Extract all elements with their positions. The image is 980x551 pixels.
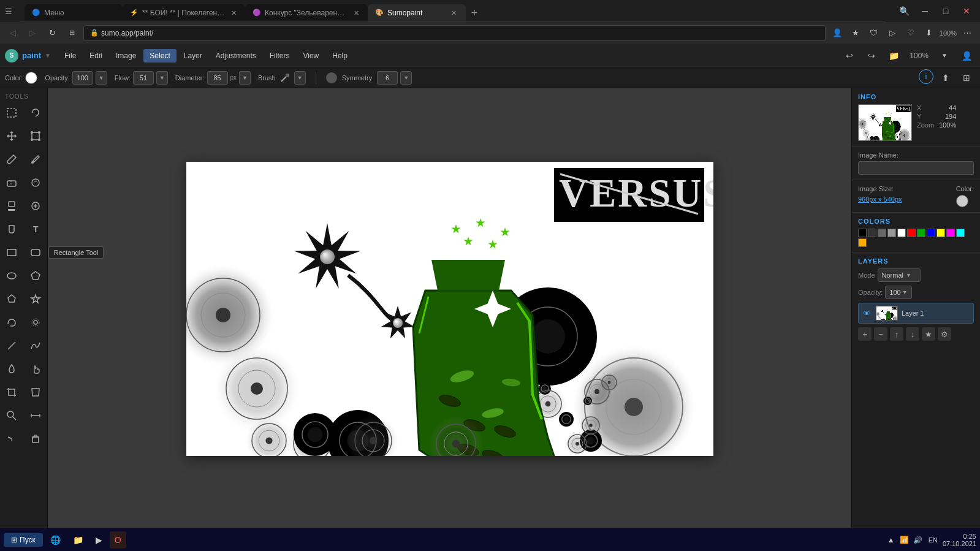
layers-opacity-dropdown[interactable]: 100 ▼ <box>885 286 912 299</box>
menu-file[interactable]: File <box>58 49 82 63</box>
back-button[interactable]: ◁ <box>5 25 21 41</box>
window-close-button[interactable]: ✕ <box>958 2 975 20</box>
tool-pentagon[interactable] <box>1 288 23 310</box>
folder-open-button[interactable]: 📁 <box>885 47 902 64</box>
color-swatch-lightgray[interactable] <box>887 229 896 237</box>
flow-dropdown[interactable]: ▼ <box>156 71 168 85</box>
move-layer-up-button[interactable]: ↑ <box>890 327 903 341</box>
tool-drop[interactable] <box>1 358 23 380</box>
menu-filters[interactable]: Filters <box>264 49 296 63</box>
start-button[interactable]: ⊞ Пуск <box>4 533 43 547</box>
tool-select-rect[interactable] <box>1 102 23 124</box>
shield-button[interactable]: 🛡 <box>866 25 882 41</box>
tool-trash[interactable] <box>25 428 47 450</box>
tab-close-pokelegenda[interactable]: ✕ <box>229 8 238 18</box>
tool-zoom[interactable] <box>1 405 23 427</box>
download-button[interactable]: ⬇ <box>921 25 937 41</box>
settings-button[interactable]: ⋯ <box>959 25 975 41</box>
color-swatch-green[interactable] <box>917 229 925 237</box>
tool-rectangle[interactable]: Rectangle Tool <box>1 241 23 264</box>
info-button[interactable]: i <box>919 69 933 84</box>
favorite-layer-button[interactable]: ★ <box>922 327 935 341</box>
taskbar-folder[interactable]: 📁 <box>68 531 88 549</box>
menu-layer[interactable]: Layer <box>178 49 208 63</box>
menu-adjustments[interactable]: Adjustments <box>210 49 262 63</box>
color-swatch-white[interactable] <box>897 229 906 237</box>
image-size-link[interactable]: 960px x 540px <box>858 196 902 203</box>
tool-text[interactable]: T <box>25 218 47 240</box>
color-swatch-black[interactable] <box>858 229 867 237</box>
undo-button[interactable]: ↩ <box>841 47 858 64</box>
refresh-button[interactable]: ↻ <box>44 25 60 41</box>
tool-perspective-crop[interactable] <box>25 381 47 403</box>
tool-hand[interactable] <box>25 358 47 380</box>
tool-eraser[interactable] <box>1 172 23 194</box>
color-swatch-blue[interactable] <box>927 229 935 237</box>
tool-star[interactable] <box>25 288 47 310</box>
zoom-dropdown-button[interactable]: ▼ <box>936 47 953 64</box>
menu-image[interactable]: Image <box>110 49 142 63</box>
tool-ellipse[interactable] <box>1 265 23 287</box>
favorites-button[interactable]: ♡ <box>903 25 919 41</box>
color-swatch-right[interactable] <box>956 195 968 207</box>
tool-gear[interactable] <box>25 311 47 333</box>
window-minimize-button[interactable]: ─ <box>916 2 933 20</box>
extensions-button[interactable]: ⊞ <box>64 25 80 41</box>
menu-edit[interactable]: Edit <box>83 49 108 63</box>
color-swatch[interactable] <box>25 72 37 84</box>
color-swatch-magenta[interactable] <box>946 229 955 237</box>
layer-settings-button[interactable]: ⚙ <box>938 327 951 341</box>
tool-crop[interactable] <box>1 381 23 403</box>
tool-freeform-lasso[interactable] <box>1 311 23 333</box>
tool-paint[interactable] <box>1 148 23 170</box>
symmetry-dropdown[interactable]: ▼ <box>400 71 412 85</box>
browser-menu-icon[interactable]: ☰ <box>5 7 12 16</box>
diameter-dropdown[interactable]: ▼ <box>239 71 251 85</box>
tab-menu[interactable]: 🔵 Меню <box>25 4 123 21</box>
tool-measure[interactable] <box>25 405 47 427</box>
tool-eyedropper[interactable] <box>25 148 47 170</box>
tray-network-icon[interactable]: 📶 <box>899 534 910 545</box>
image-name-input[interactable] <box>858 161 974 175</box>
tool-line[interactable] <box>1 335 23 357</box>
grid-button[interactable]: ⊞ <box>958 69 975 86</box>
tool-rounded-rect[interactable] <box>25 241 47 264</box>
tool-bucket[interactable] <box>1 218 23 240</box>
color-swatch-cyan[interactable] <box>956 229 965 237</box>
main-canvas[interactable] <box>186 162 713 456</box>
account-button[interactable]: 👤 <box>958 47 975 64</box>
window-search-button[interactable]: 🔍 <box>895 2 913 20</box>
color-swatch-orange[interactable] <box>858 238 867 247</box>
menu-help[interactable]: Help <box>326 49 354 63</box>
share-button[interactable]: ⬆ <box>937 69 954 86</box>
tab-pokelegenda[interactable]: ⚡ ** БОЙ! ** | Покелегенда - ... ✕ <box>123 4 245 21</box>
canvas-area[interactable] <box>48 88 851 529</box>
layer-visibility-toggle[interactable]: 👁 <box>861 308 872 319</box>
tab-close-sumopaint[interactable]: ✕ <box>449 8 458 18</box>
url-bar[interactable]: 🔒 sumo.app/paint/ <box>83 25 826 41</box>
tool-smart-eraser[interactable] <box>25 172 47 194</box>
taskbar-ie[interactable]: 🌐 <box>45 531 66 549</box>
add-layer-button[interactable]: + <box>858 327 872 341</box>
move-layer-down-button[interactable]: ↓ <box>906 327 919 341</box>
taskbar-opera[interactable]: O <box>110 531 126 549</box>
color-swatch-yellow[interactable] <box>936 229 945 237</box>
tray-sound-icon[interactable]: 🔊 <box>913 534 924 545</box>
layers-mode-dropdown[interactable]: Normal ▼ <box>878 268 921 282</box>
menu-select[interactable]: Select <box>143 49 176 63</box>
opacity-dropdown[interactable]: ▼ <box>96 71 107 85</box>
menu-view[interactable]: View <box>297 49 325 63</box>
tool-transform[interactable] <box>25 125 47 147</box>
color-swatch-gray[interactable] <box>878 229 886 237</box>
tool-heal[interactable] <box>25 195 47 217</box>
tab-sumopaint[interactable]: 🎨 Sumopaint ✕ <box>368 4 466 21</box>
tool-smooth-line[interactable] <box>25 335 47 357</box>
taskbar-media[interactable]: ▶ <box>91 531 107 549</box>
tool-stamp[interactable] <box>1 195 23 217</box>
brush-dropdown[interactable]: ▼ <box>294 71 306 85</box>
layer-item[interactable]: 👁 Layer 1 <box>858 303 974 324</box>
color-swatch-red[interactable] <box>907 229 916 237</box>
color-swatch-darkgray[interactable] <box>868 229 876 237</box>
window-restore-button[interactable]: □ <box>937 2 954 20</box>
tool-smudge[interactable] <box>1 428 23 450</box>
